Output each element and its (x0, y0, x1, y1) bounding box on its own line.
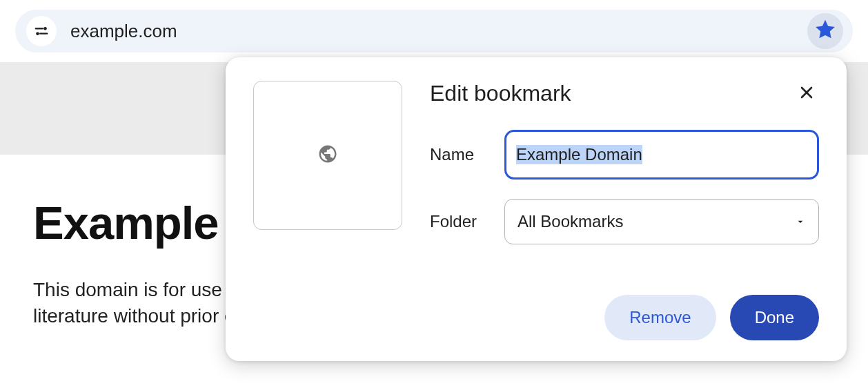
folder-label: Folder (430, 212, 504, 231)
chevron-down-icon (795, 212, 806, 231)
star-filled-icon (813, 18, 837, 44)
bookmark-thumbnail (253, 81, 402, 230)
folder-select[interactable]: All Bookmarks (504, 199, 819, 244)
svg-point-3 (36, 32, 39, 35)
folder-selected-value: All Bookmarks (517, 212, 623, 231)
done-button[interactable]: Done (730, 295, 819, 340)
globe-icon (317, 144, 338, 167)
address-bar: example.com (0, 0, 868, 62)
omnibox[interactable]: example.com (15, 10, 853, 52)
site-settings-button[interactable] (26, 16, 57, 46)
svg-point-1 (43, 27, 47, 30)
tune-icon (34, 23, 49, 39)
bookmark-star-button[interactable] (807, 13, 843, 49)
name-row: Name (430, 130, 819, 180)
popover-body: Edit bookmark Name Folder All Bookmarks (430, 81, 819, 340)
remove-button[interactable]: Remove (604, 295, 716, 340)
close-icon (798, 84, 815, 103)
popover-header: Edit bookmark (430, 81, 819, 106)
popover-actions: Remove Done (430, 295, 819, 340)
close-button[interactable] (794, 81, 819, 106)
name-input[interactable] (504, 130, 819, 180)
name-label: Name (430, 145, 504, 164)
url-text[interactable]: example.com (70, 21, 807, 42)
popover-title: Edit bookmark (430, 81, 571, 106)
folder-row: Folder All Bookmarks (430, 199, 819, 244)
edit-bookmark-popover: Edit bookmark Name Folder All Bookmarks (226, 57, 847, 361)
